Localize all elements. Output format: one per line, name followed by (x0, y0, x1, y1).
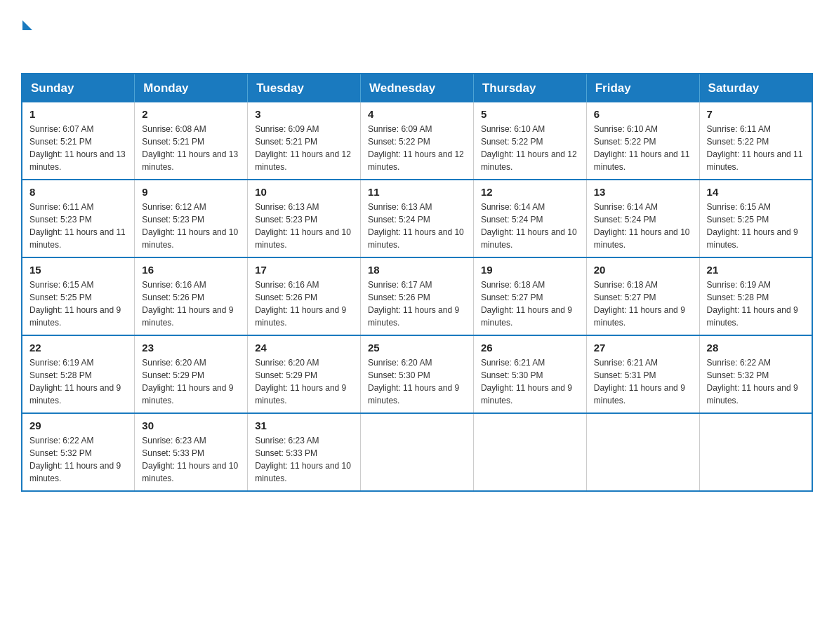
day-info: Sunrise: 6:18 AMSunset: 5:27 PMDaylight:… (594, 280, 685, 328)
calendar-week-row: 1 Sunrise: 6:07 AMSunset: 5:21 PMDayligh… (22, 102, 812, 180)
day-number: 29 (29, 420, 127, 431)
day-info: Sunrise: 6:10 AMSunset: 5:22 PMDaylight:… (481, 124, 577, 172)
calendar-cell: 4 Sunrise: 6:09 AMSunset: 5:22 PMDayligh… (361, 102, 474, 180)
calendar-cell: 7 Sunrise: 6:11 AMSunset: 5:22 PMDayligh… (699, 102, 812, 180)
calendar-cell: 27 Sunrise: 6:21 AMSunset: 5:31 PMDaylig… (586, 335, 699, 413)
day-number: 31 (255, 420, 353, 431)
day-number: 16 (142, 264, 240, 276)
logo: General (21, 14, 94, 59)
day-number: 30 (142, 420, 240, 431)
calendar-cell: 23 Sunrise: 6:20 AMSunset: 5:29 PMDaylig… (135, 335, 248, 413)
calendar-cell: 19 Sunrise: 6:18 AMSunset: 5:27 PMDaylig… (473, 257, 586, 335)
calendar-cell: 15 Sunrise: 6:15 AMSunset: 5:25 PMDaylig… (22, 257, 135, 335)
day-number: 22 (29, 342, 127, 354)
calendar-cell: 17 Sunrise: 6:16 AMSunset: 5:26 PMDaylig… (248, 257, 361, 335)
day-info: Sunrise: 6:20 AMSunset: 5:29 PMDaylight:… (142, 358, 233, 405)
day-number: 21 (707, 264, 805, 276)
day-info: Sunrise: 6:17 AMSunset: 5:26 PMDaylight:… (368, 280, 459, 328)
day-info: Sunrise: 6:16 AMSunset: 5:26 PMDaylight:… (255, 280, 346, 328)
day-info: Sunrise: 6:18 AMSunset: 5:27 PMDaylight:… (481, 280, 572, 328)
day-number: 26 (481, 342, 579, 354)
calendar-cell (586, 413, 699, 491)
calendar-cell: 21 Sunrise: 6:19 AMSunset: 5:28 PMDaylig… (699, 257, 812, 335)
calendar-cell: 10 Sunrise: 6:13 AMSunset: 5:23 PMDaylig… (248, 180, 361, 257)
day-number: 11 (368, 186, 466, 198)
calendar-header-thursday: Thursday (473, 74, 586, 102)
day-number: 1 (29, 108, 127, 120)
calendar-cell: 20 Sunrise: 6:18 AMSunset: 5:27 PMDaylig… (586, 257, 699, 335)
day-number: 13 (594, 186, 692, 198)
calendar-cell: 12 Sunrise: 6:14 AMSunset: 5:24 PMDaylig… (473, 180, 586, 257)
day-number: 25 (368, 342, 466, 354)
day-number: 24 (255, 342, 353, 354)
day-info: Sunrise: 6:20 AMSunset: 5:29 PMDaylight:… (255, 358, 346, 405)
day-number: 10 (255, 186, 353, 198)
calendar-header-wednesday: Wednesday (361, 74, 474, 102)
calendar-cell: 22 Sunrise: 6:19 AMSunset: 5:28 PMDaylig… (22, 335, 135, 413)
calendar-cell: 5 Sunrise: 6:10 AMSunset: 5:22 PMDayligh… (473, 102, 586, 180)
day-number: 20 (594, 264, 692, 276)
day-number: 7 (707, 108, 805, 120)
day-info: Sunrise: 6:07 AMSunset: 5:21 PMDaylight:… (29, 124, 126, 172)
day-info: Sunrise: 6:12 AMSunset: 5:23 PMDaylight:… (142, 202, 238, 250)
calendar-cell (699, 413, 812, 491)
page-header: General (21, 14, 813, 59)
day-number: 23 (142, 342, 240, 354)
calendar-cell: 2 Sunrise: 6:08 AMSunset: 5:21 PMDayligh… (135, 102, 248, 180)
day-number: 2 (142, 108, 240, 120)
calendar-cell: 28 Sunrise: 6:22 AMSunset: 5:32 PMDaylig… (699, 335, 812, 413)
day-info: Sunrise: 6:10 AMSunset: 5:22 PMDaylight:… (594, 124, 690, 172)
calendar-cell: 16 Sunrise: 6:16 AMSunset: 5:26 PMDaylig… (135, 257, 248, 335)
calendar-cell: 31 Sunrise: 6:23 AMSunset: 5:33 PMDaylig… (248, 413, 361, 491)
calendar-cell: 3 Sunrise: 6:09 AMSunset: 5:21 PMDayligh… (248, 102, 361, 180)
calendar-cell: 26 Sunrise: 6:21 AMSunset: 5:30 PMDaylig… (473, 335, 586, 413)
calendar-table: SundayMondayTuesdayWednesdayThursdayFrid… (21, 73, 813, 492)
calendar-header-tuesday: Tuesday (248, 74, 361, 102)
calendar-week-row: 15 Sunrise: 6:15 AMSunset: 5:25 PMDaylig… (22, 257, 812, 335)
day-info: Sunrise: 6:15 AMSunset: 5:25 PMDaylight:… (29, 280, 121, 328)
calendar-week-row: 22 Sunrise: 6:19 AMSunset: 5:28 PMDaylig… (22, 335, 812, 413)
calendar-cell: 9 Sunrise: 6:12 AMSunset: 5:23 PMDayligh… (135, 180, 248, 257)
day-number: 8 (29, 186, 127, 198)
calendar-cell: 25 Sunrise: 6:20 AMSunset: 5:30 PMDaylig… (361, 335, 474, 413)
calendar-cell: 8 Sunrise: 6:11 AMSunset: 5:23 PMDayligh… (22, 180, 135, 257)
day-info: Sunrise: 6:09 AMSunset: 5:22 PMDaylight:… (368, 124, 464, 172)
day-number: 27 (594, 342, 692, 354)
day-info: Sunrise: 6:19 AMSunset: 5:28 PMDaylight:… (707, 280, 798, 328)
day-info: Sunrise: 6:08 AMSunset: 5:21 PMDaylight:… (142, 124, 238, 172)
day-info: Sunrise: 6:11 AMSunset: 5:23 PMDaylight:… (29, 202, 126, 250)
day-info: Sunrise: 6:15 AMSunset: 5:25 PMDaylight:… (707, 202, 798, 250)
day-info: Sunrise: 6:13 AMSunset: 5:23 PMDaylight:… (255, 202, 351, 250)
day-number: 6 (594, 108, 692, 120)
day-info: Sunrise: 6:21 AMSunset: 5:30 PMDaylight:… (481, 358, 572, 405)
day-info: Sunrise: 6:22 AMSunset: 5:32 PMDaylight:… (29, 436, 121, 483)
calendar-header-row: SundayMondayTuesdayWednesdayThursdayFrid… (22, 74, 812, 102)
calendar-cell: 14 Sunrise: 6:15 AMSunset: 5:25 PMDaylig… (699, 180, 812, 257)
day-info: Sunrise: 6:13 AMSunset: 5:24 PMDaylight:… (368, 202, 464, 250)
day-info: Sunrise: 6:09 AMSunset: 5:21 PMDaylight:… (255, 124, 351, 172)
day-number: 17 (255, 264, 353, 276)
calendar-cell: 18 Sunrise: 6:17 AMSunset: 5:26 PMDaylig… (361, 257, 474, 335)
calendar-cell: 30 Sunrise: 6:23 AMSunset: 5:33 PMDaylig… (135, 413, 248, 491)
calendar-cell (361, 413, 474, 491)
calendar-week-row: 8 Sunrise: 6:11 AMSunset: 5:23 PMDayligh… (22, 180, 812, 257)
calendar-cell (473, 413, 586, 491)
day-info: Sunrise: 6:14 AMSunset: 5:24 PMDaylight:… (594, 202, 690, 250)
day-info: Sunrise: 6:23 AMSunset: 5:33 PMDaylight:… (255, 436, 351, 483)
calendar-cell: 11 Sunrise: 6:13 AMSunset: 5:24 PMDaylig… (361, 180, 474, 257)
day-number: 4 (368, 108, 466, 120)
day-number: 12 (481, 186, 579, 198)
calendar-cell: 1 Sunrise: 6:07 AMSunset: 5:21 PMDayligh… (22, 102, 135, 180)
day-number: 28 (707, 342, 805, 354)
day-number: 19 (481, 264, 579, 276)
day-number: 15 (29, 264, 127, 276)
day-info: Sunrise: 6:16 AMSunset: 5:26 PMDaylight:… (142, 280, 233, 328)
day-number: 14 (707, 186, 805, 198)
day-info: Sunrise: 6:11 AMSunset: 5:22 PMDaylight:… (707, 124, 803, 172)
calendar-cell: 6 Sunrise: 6:10 AMSunset: 5:22 PMDayligh… (586, 102, 699, 180)
day-info: Sunrise: 6:22 AMSunset: 5:32 PMDaylight:… (707, 358, 798, 405)
calendar-header-sunday: Sunday (22, 74, 135, 102)
day-number: 3 (255, 108, 353, 120)
calendar-header-monday: Monday (135, 74, 248, 102)
day-info: Sunrise: 6:20 AMSunset: 5:30 PMDaylight:… (368, 358, 459, 405)
